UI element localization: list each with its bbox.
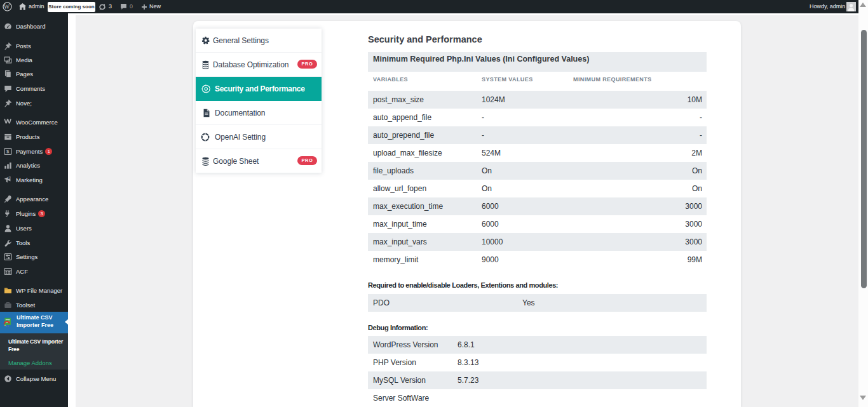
- svg-text:$: $: [6, 149, 10, 154]
- svg-text:W: W: [4, 3, 10, 10]
